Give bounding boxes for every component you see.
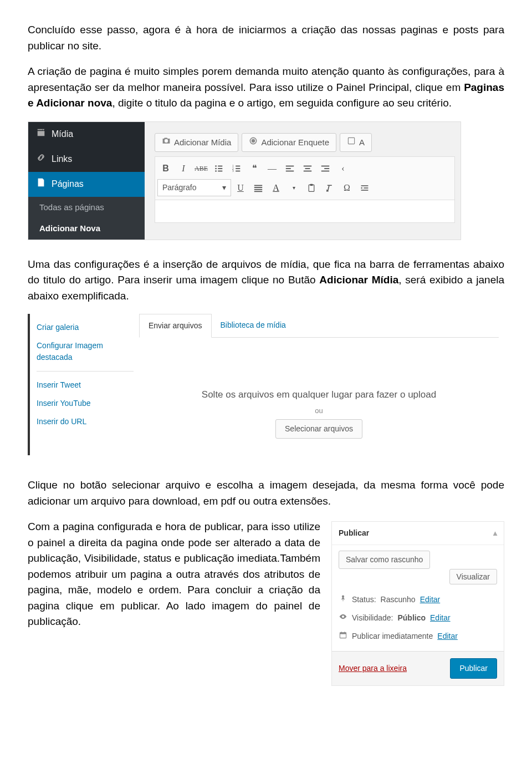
doc-paragraph-4: Clique no botão selecionar arquivo e esc… (28, 477, 504, 509)
more-button[interactable]: ‹ (335, 160, 351, 177)
editor-insert-row: Adicionar Mídia Adicionar Enquete A (155, 133, 455, 152)
paste-text-button[interactable] (303, 180, 320, 196)
svg-rect-10 (236, 166, 240, 167)
special-char-button[interactable]: Ω (339, 180, 355, 196)
svg-rect-19 (305, 168, 310, 169)
sidebar-sub-adicionar[interactable]: Adicionar Nova (28, 218, 145, 240)
text-color-button[interactable]: A (268, 180, 284, 196)
svg-rect-2 (348, 138, 354, 144)
strike-button[interactable]: ABE (193, 160, 209, 177)
doc-paragraph-2: A criação de pagina é muito simples pore… (28, 64, 504, 111)
color-dropdown-icon[interactable]: ▾ (285, 180, 302, 196)
svg-rect-36 (344, 632, 345, 633)
preview-button[interactable]: Visualizar (449, 569, 497, 584)
status-value: Rascunho (381, 594, 416, 606)
media-link-criar-galeria[interactable]: Criar galeria (37, 318, 134, 337)
svg-rect-30 (361, 185, 369, 186)
svg-rect-35 (341, 632, 342, 633)
svg-rect-4 (218, 166, 222, 167)
visibility-value: Público (397, 612, 426, 624)
media-link-tweet[interactable]: Inserir Tweet (37, 376, 134, 394)
numbered-list-button[interactable]: 123 (228, 160, 245, 177)
select-files-button[interactable]: Selecionar arquivos (275, 419, 362, 439)
svg-point-5 (215, 168, 217, 170)
link-icon (36, 152, 46, 166)
btn-label: Adicionar Enquete (261, 136, 329, 149)
sidebar-item-links[interactable]: Links (28, 147, 145, 172)
media-main-panel: Enviar arquivos Biblioteca de mídia Solt… (134, 314, 504, 455)
svg-rect-18 (304, 166, 311, 167)
svg-rect-34 (340, 633, 346, 634)
btn-label: Adicionar Mídia (174, 136, 231, 149)
svg-rect-22 (324, 168, 329, 169)
align-right-button[interactable] (317, 160, 334, 177)
indent-button[interactable] (356, 180, 373, 196)
align-left-button[interactable] (282, 160, 298, 177)
p2-part-a: A criação de pagina é muito simples pore… (28, 65, 504, 93)
media-dropzone[interactable]: Solte os arquivos em qualquer lugar para… (139, 338, 499, 455)
tab-enviar-arquivos[interactable]: Enviar arquivos (139, 314, 212, 338)
svg-rect-31 (364, 187, 368, 189)
collapse-icon[interactable]: ▴ (493, 527, 497, 539)
doc-paragraph-3: Uma das configurações é a inserção de ar… (28, 257, 504, 304)
add-poll-button[interactable]: Adicionar Enquete (242, 133, 336, 152)
svg-rect-6 (218, 168, 222, 169)
visibility-edit-link[interactable]: Editar (430, 612, 451, 624)
svg-rect-8 (218, 171, 222, 172)
add-form-button[interactable]: A (340, 133, 372, 152)
wp-editor-panel: Adicionar Mídia Adicionar Enquete A B I … (145, 122, 461, 240)
p3-bold: Adicionar Mídia (319, 274, 398, 286)
publish-metabox: Publicar ▴ Salvar como rascunho Visualiz… (331, 521, 504, 686)
media-link-youtube[interactable]: Inserir YouTube (37, 394, 134, 413)
publish-header[interactable]: Publicar ▴ (332, 522, 504, 545)
quote-button[interactable]: ❝ (246, 160, 263, 177)
svg-rect-32 (361, 190, 369, 191)
pages-icon (36, 177, 46, 191)
media-tabs: Enviar arquivos Biblioteca de mídia (139, 314, 499, 338)
svg-rect-21 (321, 166, 329, 167)
editor-toolbar: B I ABE 123 ❝ — (155, 156, 455, 200)
hr-button[interactable]: — (264, 160, 280, 177)
schedule-line: Publicar imediatamente Editar (339, 627, 497, 645)
move-to-trash-link[interactable]: Mover para a lixeira (339, 663, 407, 674)
italic-button[interactable]: I (175, 160, 192, 177)
media-icon (36, 128, 46, 141)
bold-button[interactable]: B (157, 160, 174, 177)
sidebar-item-paginas[interactable]: Páginas (28, 172, 145, 197)
align-justify-button[interactable] (250, 180, 267, 196)
save-draft-button[interactable]: Salvar como rascunho (339, 551, 430, 569)
schedule-text: Publicar imediatamente (352, 630, 433, 642)
svg-rect-25 (254, 187, 262, 188)
camera-icon (162, 136, 171, 149)
screenshot-wp-editor: Mídia Links Páginas Todas as páginas Adi… (28, 121, 461, 240)
status-edit-link[interactable]: Editar (420, 594, 441, 606)
schedule-edit-link[interactable]: Editar (437, 630, 458, 642)
bullet-list-button[interactable] (211, 160, 227, 177)
editor-canvas[interactable] (155, 200, 455, 223)
calendar-icon (339, 630, 347, 642)
sidebar-label: Páginas (52, 177, 84, 191)
wp-admin-sidebar: Mídia Links Páginas Todas as páginas Adi… (28, 122, 145, 240)
svg-text:3: 3 (232, 169, 234, 172)
svg-rect-12 (236, 168, 240, 169)
underline-button[interactable]: U (232, 180, 249, 196)
media-link-config-imagem[interactable]: Configurar Imagem destacada (37, 337, 134, 367)
svg-rect-28 (309, 185, 314, 191)
sidebar-label: Links (52, 152, 72, 166)
add-media-button[interactable]: Adicionar Mídia (155, 133, 238, 152)
chevron-down-icon: ▾ (222, 182, 226, 194)
sidebar-item-midia[interactable]: Mídia (28, 122, 145, 147)
format-select[interactable]: Parágrafo ▾ (157, 179, 231, 196)
drop-or: ou (139, 405, 499, 416)
sidebar-sub-todas[interactable]: Todas as páginas (28, 197, 145, 218)
divider (37, 371, 134, 372)
publish-title: Publicar (339, 527, 369, 539)
svg-rect-26 (254, 189, 262, 190)
select-value: Parágrafo (162, 182, 196, 194)
publish-button[interactable]: Publicar (450, 658, 497, 679)
align-center-button[interactable] (299, 160, 316, 177)
clear-formatting-button[interactable] (321, 180, 337, 196)
visibility-label: Visibilidade: (352, 612, 393, 624)
media-link-url[interactable]: Inserir do URL (37, 413, 134, 431)
tab-biblioteca[interactable]: Biblioteca de mídia (212, 314, 295, 337)
